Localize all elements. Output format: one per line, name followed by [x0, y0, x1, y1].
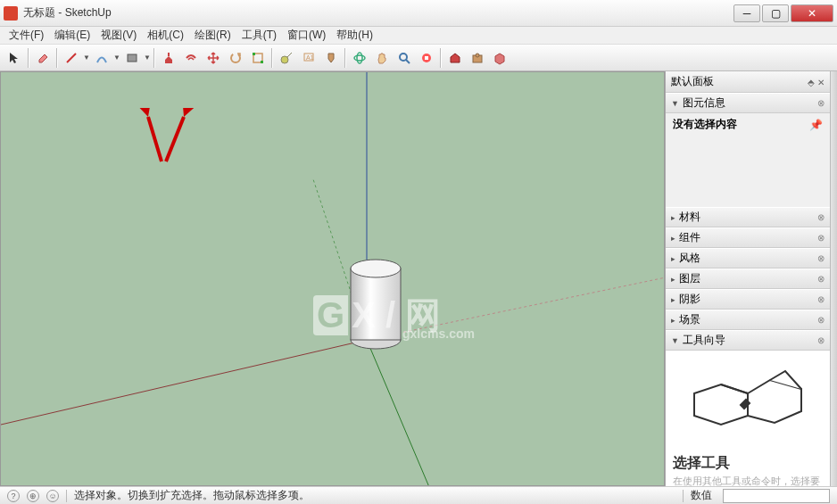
instructor-desc: 在使用其他工具或命令时，选择要修改的图元。	[673, 475, 823, 486]
menu-draw[interactable]: 绘图(R)	[189, 26, 236, 45]
window-title: 无标题 - SketchUp	[23, 5, 732, 21]
window-controls: ─ ▢ ✕	[732, 4, 833, 22]
svg-rect-4	[253, 53, 255, 55]
section-close-icon[interactable]: ⊗	[817, 98, 825, 108]
titlebar: 无标题 - SketchUp ─ ▢ ✕	[0, 0, 837, 27]
svg-line-20	[367, 340, 429, 486]
section-shadows[interactable]: ▸阴影⊗	[666, 289, 830, 310]
svg-point-12	[400, 54, 407, 61]
toolbar: ▼ ▼ ▼ A1	[0, 45, 837, 71]
status-geo-icon[interactable]: ⊕	[27, 490, 39, 502]
menu-help[interactable]: 帮助(H)	[331, 26, 378, 45]
app-icon	[4, 6, 18, 21]
svg-point-10	[354, 55, 365, 61]
offset-tool-icon[interactable]	[180, 47, 202, 69]
status-user-icon[interactable]: ☺	[46, 490, 59, 502]
menu-window[interactable]: 窗口(W)	[282, 26, 331, 45]
text-tool-icon[interactable]: A1	[298, 47, 319, 69]
pan-tool-icon[interactable]	[371, 47, 393, 69]
tray-pin-icon[interactable]: ⬘	[808, 78, 815, 87]
status-info-icon[interactable]: ?	[7, 490, 20, 502]
instructor-image	[673, 358, 823, 447]
svg-line-13	[406, 60, 410, 63]
svg-line-7	[287, 53, 292, 57]
eraser-tool-icon[interactable]	[32, 47, 54, 69]
section-styles[interactable]: ▸风格⊗	[666, 248, 830, 269]
section-close-icon[interactable]: ⊗	[817, 335, 825, 345]
section-entity-info[interactable]: ▼ 图元信息 ⊗	[666, 93, 830, 113]
warehouse-tool-icon[interactable]	[444, 47, 466, 69]
pin-icon[interactable]: 📌	[809, 119, 823, 131]
tray-header[interactable]: 默认面板 ⬘ ✕	[666, 71, 830, 93]
zoom-tool-icon[interactable]	[394, 47, 415, 69]
tray-title: 默认面板	[671, 74, 714, 89]
orbit-tool-icon[interactable]	[349, 47, 370, 69]
menu-view[interactable]: 视图(V)	[95, 26, 142, 45]
section-materials[interactable]: ▸材料⊗	[666, 207, 830, 227]
svg-line-0	[67, 54, 76, 62]
pushpull-tool-icon[interactable]	[158, 47, 179, 69]
tape-tool-icon[interactable]	[276, 47, 297, 69]
vcb-input[interactable]	[723, 489, 830, 503]
svg-point-25	[351, 260, 401, 277]
watermark: GX / 网 gxlcms.com	[313, 291, 441, 340]
svg-point-6	[281, 56, 288, 63]
section-close-icon[interactable]: ⊗	[817, 274, 825, 284]
menu-camera[interactable]: 相机(C)	[142, 26, 189, 45]
line-tool-icon[interactable]	[61, 47, 82, 69]
menu-file[interactable]: 文件(F)	[4, 26, 49, 45]
right-edge	[830, 71, 837, 486]
instructor-body: 选择工具 在使用其他工具或命令时，选择要修改的图元。 工具操作 1. 点击图元。…	[666, 351, 830, 486]
scale-tool-icon[interactable]	[247, 47, 269, 69]
svg-rect-1	[128, 54, 137, 62]
svg-rect-15	[425, 56, 428, 60]
section-layers[interactable]: ▸图层⊗	[666, 269, 830, 289]
arc-tool-icon[interactable]	[91, 47, 112, 69]
select-tool-icon[interactable]	[4, 47, 25, 69]
rotate-tool-icon[interactable]	[225, 47, 246, 69]
status-hint: 选择对象。切换到扩充选择。拖动鼠标选择多项。	[74, 488, 675, 503]
svg-point-2	[231, 54, 240, 62]
right-panel: 默认面板 ⬘ ✕ ▼ 图元信息 ⊗ 没有选择内容 📌 ▸材料⊗ ▸组件⊗ ▸风格…	[665, 71, 830, 486]
entity-info-body: 没有选择内容 📌	[666, 113, 830, 136]
menubar: 文件(F) 编辑(E) 视图(V) 相机(C) 绘图(R) 工具(T) 窗口(W…	[0, 27, 837, 45]
move-tool-icon[interactable]	[203, 47, 224, 69]
section-close-icon[interactable]: ⊗	[817, 233, 825, 243]
close-button[interactable]: ✕	[791, 4, 833, 22]
vcb-label: 数值	[691, 488, 712, 503]
maximize-button[interactable]: ▢	[762, 4, 789, 22]
section-close-icon[interactable]: ⊗	[817, 315, 825, 325]
tray-close-icon[interactable]: ✕	[817, 78, 825, 87]
section-components[interactable]: ▸组件⊗	[666, 227, 830, 248]
svg-text:A1: A1	[306, 54, 314, 61]
extension-tool-icon[interactable]	[467, 47, 488, 69]
shape-dropdown-icon[interactable]: ▼	[144, 54, 151, 62]
menu-edit[interactable]: 编辑(E)	[49, 26, 95, 45]
viewport-3d[interactable]: GX / 网 gxlcms.com	[0, 71, 665, 486]
section-close-icon[interactable]: ⊗	[817, 212, 825, 222]
arc-dropdown-icon[interactable]: ▼	[113, 54, 120, 62]
paint-tool-icon[interactable]	[320, 47, 342, 69]
svg-point-11	[357, 53, 362, 63]
statusbar: ? ⊕ ☺ 选择对象。切换到扩充选择。拖动鼠标选择多项。 数值	[0, 486, 837, 504]
shape-tool-icon[interactable]	[121, 47, 143, 69]
section-scenes[interactable]: ▸场景⊗	[666, 310, 830, 330]
components-tool-icon[interactable]	[489, 47, 510, 69]
zoom-extents-tool-icon[interactable]	[416, 47, 437, 69]
svg-rect-5	[261, 61, 263, 63]
svg-point-17	[476, 54, 479, 57]
section-close-icon[interactable]: ⊗	[817, 253, 825, 263]
svg-line-26	[148, 117, 162, 161]
section-instructor[interactable]: ▼工具向导⊗	[666, 330, 830, 351]
no-selection-text: 没有选择内容	[673, 117, 737, 132]
svg-line-27	[166, 117, 184, 161]
section-close-icon[interactable]: ⊗	[817, 294, 825, 304]
instructor-title: 选择工具	[673, 454, 823, 473]
minimize-button[interactable]: ─	[733, 4, 760, 22]
line-dropdown-icon[interactable]: ▼	[83, 54, 90, 62]
collapse-icon: ▼	[671, 99, 679, 108]
svg-line-18	[1, 340, 367, 425]
menu-tools[interactable]: 工具(T)	[236, 26, 282, 45]
